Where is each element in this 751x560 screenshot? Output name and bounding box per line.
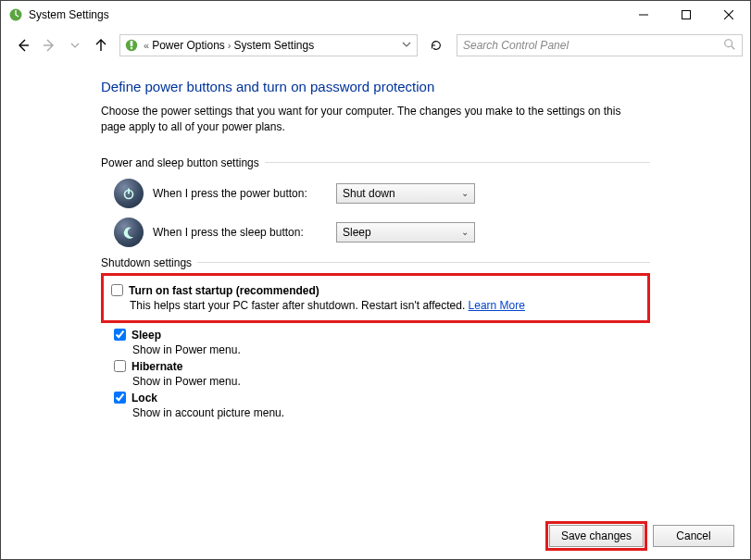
fast-startup-checkbox[interactable]: [111, 284, 123, 296]
sleep-button-dropdown[interactable]: Sleep ⌄: [336, 222, 475, 243]
up-button[interactable]: [90, 34, 112, 56]
back-button[interactable]: [12, 34, 34, 56]
sleep-icon: [114, 218, 144, 247]
hibernate-sub: Show in Power menu.: [132, 375, 650, 388]
hibernate-label: Hibernate: [131, 360, 182, 373]
section-power-sleep-title: Power and sleep button settings: [101, 156, 650, 169]
navbar: « Power Options › System Settings: [1, 29, 750, 62]
minimize-button[interactable]: [622, 1, 665, 29]
sleep-button-value: Sleep: [343, 226, 371, 239]
section-shutdown-title: Shutdown settings: [101, 256, 650, 269]
refresh-button[interactable]: [425, 34, 447, 56]
forward-button[interactable]: [38, 34, 60, 56]
power-button-dropdown[interactable]: Shut down ⌄: [336, 183, 475, 204]
sleep-button-label: When I press the sleep button:: [153, 226, 327, 239]
close-button[interactable]: [707, 1, 750, 29]
lock-checkbox[interactable]: [114, 392, 126, 404]
chevron-right-icon: ›: [228, 40, 232, 51]
chevron-down-icon[interactable]: [402, 39, 411, 52]
svg-line-12: [732, 45, 735, 49]
chevron-down-icon: ⌄: [461, 188, 469, 198]
power-button-row: When I press the power button: Shut down…: [114, 179, 650, 208]
power-icon: [114, 179, 144, 208]
maximize-button[interactable]: [665, 1, 707, 29]
lock-sub: Show in account picture menu.: [132, 406, 650, 419]
content-area: Define power buttons and turn on passwor…: [1, 62, 750, 419]
sleep-label: Sleep: [131, 329, 161, 342]
power-button-label: When I press the power button:: [153, 187, 327, 200]
breadcrumb-item-system-settings[interactable]: System Settings: [234, 39, 315, 52]
hibernate-option: Hibernate Show in Power menu.: [114, 360, 650, 388]
sleep-checkbox[interactable]: [114, 329, 126, 341]
cancel-button[interactable]: Cancel: [653, 525, 734, 547]
search-input[interactable]: [457, 34, 743, 56]
svg-rect-9: [131, 41, 133, 46]
titlebar: System Settings: [1, 1, 750, 29]
footer-buttons: Save changes Cancel: [549, 525, 734, 547]
highlight-box: Turn on fast startup (recommended) This …: [101, 273, 650, 323]
fast-startup-option: Turn on fast startup (recommended) This …: [111, 284, 640, 312]
fast-startup-label: Turn on fast startup (recommended): [129, 284, 319, 297]
sleep-option: Sleep Show in Power menu.: [114, 329, 650, 356]
svg-rect-2: [682, 11, 691, 19]
hibernate-checkbox[interactable]: [114, 360, 126, 372]
chevron-left-icon: «: [144, 40, 149, 51]
chevron-down-icon: ⌄: [461, 227, 469, 237]
recent-dropdown-icon[interactable]: [64, 34, 86, 56]
page-description: Choose the power settings that you want …: [101, 104, 638, 136]
learn-more-link[interactable]: Learn More: [469, 299, 525, 312]
app-icon: [8, 7, 23, 22]
power-button-value: Shut down: [343, 187, 395, 200]
lock-label: Lock: [131, 392, 157, 404]
page-heading: Define power buttons and turn on passwor…: [101, 79, 650, 94]
save-button[interactable]: Save changes: [549, 525, 644, 547]
fast-startup-sub: This helps start your PC faster after sh…: [130, 299, 640, 312]
lock-option: Lock Show in account picture menu.: [114, 392, 650, 419]
breadcrumb-icon: [124, 38, 139, 53]
svg-point-11: [725, 39, 732, 46]
breadcrumb[interactable]: « Power Options › System Settings: [119, 34, 418, 56]
search-field[interactable]: [463, 39, 723, 52]
window-title: System Settings: [29, 8, 622, 21]
search-icon: [723, 38, 736, 54]
sleep-button-row: When I press the sleep button: Sleep ⌄: [114, 218, 650, 247]
breadcrumb-item-power-options[interactable]: Power Options: [152, 39, 225, 52]
sleep-sub: Show in Power menu.: [132, 343, 650, 356]
svg-point-10: [131, 47, 132, 49]
